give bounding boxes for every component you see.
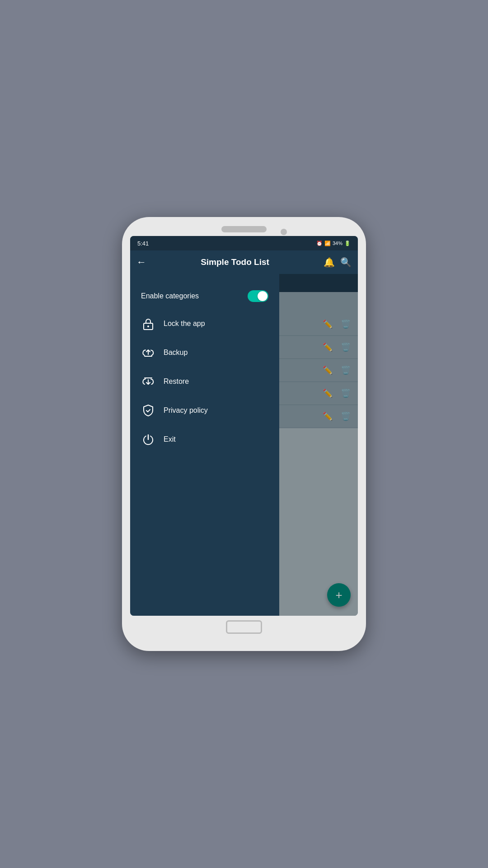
back-button[interactable]: ←	[136, 256, 146, 268]
drawer-exit-label: Exit	[164, 435, 176, 443]
toolbar: ← Simple Todo List 🔔 🔍	[130, 250, 358, 274]
status-time: 5:41	[137, 240, 149, 247]
drawer-item-exit[interactable]: Exit	[130, 425, 279, 454]
content-area: TED ARCHIVED ⊞ Categories me ✏️ 🗑️ me	[130, 274, 358, 616]
alarm-icon: ⏰	[316, 241, 323, 246]
drawer-privacy-label: Privacy policy	[164, 406, 208, 415]
drawer-backup-label: Backup	[164, 349, 188, 357]
svg-point-1	[147, 326, 149, 327]
notification-button[interactable]: 🔔	[324, 257, 335, 268]
drawer-menu: Enable categories Lock the app	[130, 274, 279, 616]
enable-categories-label: Enable categories	[141, 292, 199, 300]
drawer-item-privacy[interactable]: Privacy policy	[130, 396, 279, 425]
shield-icon	[141, 403, 155, 418]
battery-icon: 🔋	[344, 241, 351, 246]
screen: 5:41 ⏰ 📶 34% 🔋 ← Simple Todo List 🔔 🔍 TE…	[130, 236, 358, 616]
phone-frame: 5:41 ⏰ 📶 34% 🔋 ← Simple Todo List 🔔 🔍 TE…	[122, 217, 366, 651]
home-button[interactable]	[226, 620, 262, 634]
toggle-knob	[258, 291, 267, 301]
phone-speaker	[221, 226, 267, 232]
drawer-restore-label: Restore	[164, 377, 189, 386]
drawer-lock-label: Lock the app	[164, 320, 205, 328]
enable-categories-row: Enable categories	[130, 283, 279, 309]
battery-label: 34%	[333, 241, 343, 246]
lock-icon	[141, 316, 155, 331]
drawer-overlay[interactable]	[279, 274, 358, 616]
search-button[interactable]: 🔍	[340, 257, 352, 268]
restore-icon	[141, 374, 155, 389]
power-icon	[141, 432, 155, 447]
drawer-item-restore[interactable]: Restore	[130, 367, 279, 396]
backup-icon	[141, 345, 155, 360]
signal-icon: 📶	[324, 241, 331, 246]
status-icons: ⏰ 📶 34% 🔋	[316, 241, 351, 246]
phone-camera	[281, 229, 287, 235]
toolbar-title: Simple Todo List	[152, 257, 318, 267]
drawer-item-backup[interactable]: Backup	[130, 338, 279, 367]
status-bar: 5:41 ⏰ 📶 34% 🔋	[130, 236, 358, 250]
enable-categories-toggle[interactable]	[248, 290, 268, 302]
drawer-item-lock[interactable]: Lock the app	[130, 309, 279, 338]
